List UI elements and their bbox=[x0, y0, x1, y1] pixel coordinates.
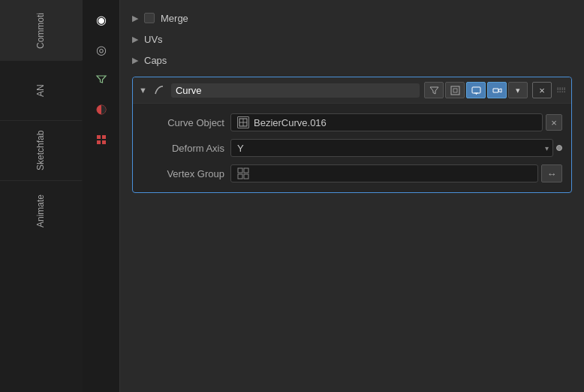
deform-axis-select-wrapper: Y X Z -X -Y -Z ▾ bbox=[230, 139, 553, 157]
vertex-group-field-row: Vertex Group bbox=[142, 161, 562, 186]
vertex-group-swap-btn[interactable]: ↔ bbox=[541, 164, 562, 182]
sidebar-tab-commoti[interactable]: Commoti bbox=[0, 0, 83, 60]
svg-rect-13 bbox=[238, 168, 242, 173]
vertex-group-value: ↔ bbox=[230, 164, 562, 182]
caps-label: Caps bbox=[144, 55, 167, 66]
eye-icon[interactable]: ◎ bbox=[89, 38, 113, 62]
curve-modifier-block: ▼ bbox=[132, 77, 572, 193]
merge-label: Merge bbox=[161, 13, 188, 24]
svg-rect-1 bbox=[97, 135, 101, 139]
properties-list: ▶ Merge ▶ UVs ▶ Caps ▼ bbox=[120, 8, 584, 193]
curve-object-icon bbox=[237, 116, 249, 128]
half-circle-icon[interactable] bbox=[89, 98, 113, 122]
svg-rect-7 bbox=[472, 87, 480, 93]
deform-axis-dot bbox=[556, 145, 562, 151]
curve-object-clear-btn[interactable]: × bbox=[546, 114, 562, 131]
grid-squares-icon[interactable] bbox=[89, 128, 113, 152]
svg-rect-15 bbox=[238, 174, 242, 179]
svg-rect-3 bbox=[97, 140, 101, 144]
modifier-dropdown-btn[interactable]: ▾ bbox=[508, 82, 528, 98]
sidebar-tab-animate[interactable]: Animate bbox=[0, 180, 83, 240]
modifier-mesh-btn[interactable] bbox=[445, 82, 465, 98]
vertex-group-icon bbox=[237, 167, 249, 179]
main-content: ▶ Merge ▶ UVs ▶ Caps ▼ bbox=[120, 0, 584, 392]
modifier-display-btn[interactable] bbox=[466, 82, 486, 98]
uvs-label: UVs bbox=[144, 34, 163, 45]
svg-rect-5 bbox=[451, 86, 459, 95]
svg-rect-4 bbox=[102, 140, 106, 144]
deform-axis-label: Deform Axis bbox=[142, 143, 224, 154]
curve-object-field-row: Curve Object BezierCurve.016 bbox=[142, 110, 562, 135]
svg-rect-16 bbox=[244, 174, 248, 179]
curve-object-picker[interactable]: BezierCurve.016 bbox=[230, 113, 543, 131]
modifier-body: Curve Object BezierCurve.016 bbox=[133, 104, 571, 192]
deform-axis-field-row: Deform Axis Y X Z -X -Y -Z ▾ bbox=[142, 135, 562, 161]
icon-column: ◉ ◎ bbox=[83, 0, 120, 392]
modifier-filter-btn[interactable] bbox=[424, 82, 444, 98]
caps-expand-arrow[interactable]: ▶ bbox=[132, 56, 138, 65]
modifier-icon bbox=[152, 83, 167, 98]
modifier-expand-arrow[interactable]: ▼ bbox=[139, 86, 147, 95]
caps-property-row: ▶ Caps bbox=[126, 50, 578, 71]
uvs-property-row: ▶ UVs bbox=[126, 29, 578, 50]
merge-property-row: ▶ Merge bbox=[126, 8, 578, 29]
modifier-close-btn[interactable]: × bbox=[532, 82, 552, 98]
svg-rect-14 bbox=[244, 168, 248, 173]
svg-rect-6 bbox=[453, 89, 457, 92]
modifier-camera-btn[interactable] bbox=[487, 82, 507, 98]
deform-axis-select[interactable]: Y X Z -X -Y -Z bbox=[230, 139, 553, 157]
sidebar-tab-sketchfab[interactable]: Sketchfab bbox=[0, 120, 83, 180]
modifier-name-input[interactable] bbox=[171, 83, 420, 98]
vertex-group-label: Vertex Group bbox=[142, 168, 224, 179]
curve-object-label: Curve Object bbox=[142, 117, 224, 128]
sidebar: Commoti AN Sketchfab Animate bbox=[0, 0, 83, 392]
curve-object-name: BezierCurve.016 bbox=[254, 117, 327, 128]
svg-rect-2 bbox=[102, 135, 106, 139]
circle-dot-icon[interactable]: ◉ bbox=[89, 8, 113, 32]
modifier-toolbar: ▾ bbox=[424, 82, 528, 98]
sidebar-tab-an[interactable]: AN bbox=[0, 60, 83, 120]
uvs-expand-arrow[interactable]: ▶ bbox=[132, 35, 138, 44]
funnel-icon[interactable] bbox=[89, 68, 113, 92]
curve-object-value: BezierCurve.016 × bbox=[230, 113, 562, 131]
modifier-header: ▼ bbox=[133, 77, 571, 104]
merge-expand-arrow[interactable]: ▶ bbox=[132, 14, 138, 23]
deform-axis-value: Y X Z -X -Y -Z ▾ bbox=[230, 139, 562, 157]
merge-checkbox[interactable] bbox=[144, 13, 155, 23]
vertex-group-input[interactable] bbox=[230, 164, 538, 182]
modifier-drag-handle[interactable]: ⠿⠿ bbox=[556, 86, 565, 95]
merge-checkbox-area: Merge bbox=[144, 13, 188, 24]
